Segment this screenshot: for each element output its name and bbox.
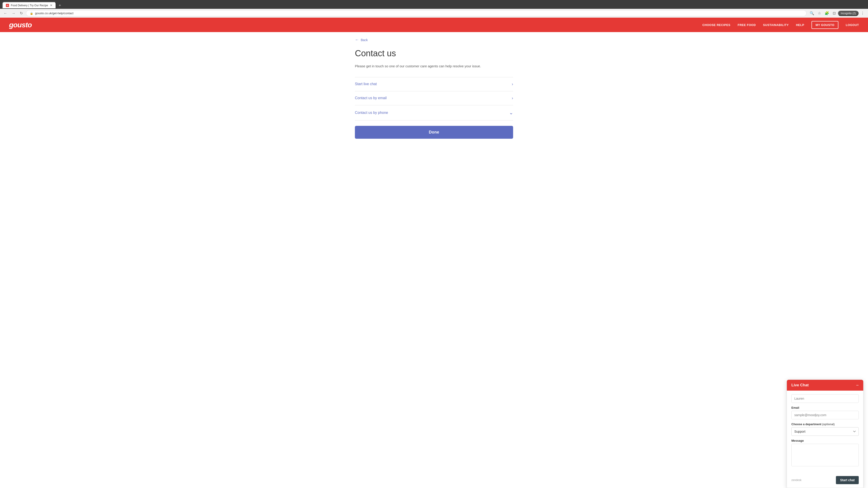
toolbar-actions: 🔍 ☆ 🧩 ⊡ Incognito (2) ⋮ <box>808 10 866 16</box>
bookmark-button[interactable]: ☆ <box>816 10 822 16</box>
address-bar[interactable]: 🔒 gousto.co.uk/get-help/contact <box>26 10 807 16</box>
back-link[interactable]: ← Back <box>355 37 513 42</box>
extensions-button[interactable]: 🧩 <box>823 10 831 16</box>
chat-department-select[interactable]: Support Billing Technical <box>792 427 859 436</box>
new-tab-button[interactable]: + <box>57 2 63 9</box>
done-button[interactable]: Done <box>355 126 513 139</box>
phone-chevron-down-icon: ⌄ <box>509 110 513 116</box>
chat-email-label: Email <box>792 406 859 410</box>
browser-chrome: G Food Delivery | Try Our Recipe ✕ + <box>0 0 868 9</box>
contact-email-label: Contact us by email <box>355 96 387 100</box>
contact-phone-option[interactable]: Contact us by phone ⌄ <box>355 105 513 121</box>
start-live-chat-option[interactable]: Start live chat › <box>355 77 513 91</box>
chat-department-label: Choose a department (optional) <box>792 422 859 426</box>
site-header: gousto CHOOSE RECIPES FREE FOOD SUSTAINA… <box>0 18 868 32</box>
forward-nav-button[interactable]: → <box>10 10 17 16</box>
nav-choose-recipes[interactable]: CHOOSE RECIPES <box>702 23 730 27</box>
active-tab[interactable]: G Food Delivery | Try Our Recipe ✕ <box>2 2 56 9</box>
search-button[interactable]: 🔍 <box>808 10 815 16</box>
chat-body: Email Choose a department (optional) Sup… <box>787 391 863 474</box>
chat-message-textarea[interactable] <box>792 444 859 466</box>
chevron-right-icon: › <box>512 82 513 87</box>
nav-free-food[interactable]: FREE FOOD <box>738 23 756 27</box>
tab-title: Food Delivery | Try Our Recipe <box>11 4 48 7</box>
email-chevron-right-icon: › <box>512 96 513 101</box>
back-arrow-icon: ← <box>355 37 359 42</box>
chat-header[interactable]: Live Chat − <box>787 380 863 391</box>
reload-button[interactable]: ↻ <box>19 10 24 16</box>
site-logo[interactable]: gousto <box>9 21 32 29</box>
contact-email-option[interactable]: Contact us by email › <box>355 91 513 105</box>
page-title: Contact us <box>355 48 513 58</box>
nav-help[interactable]: HELP <box>796 23 804 27</box>
content-area: ← Back Contact us Please get in touch so… <box>346 32 522 488</box>
chat-minimize-icon[interactable]: − <box>856 383 859 387</box>
tab-favicon: G <box>6 4 9 7</box>
zendesk-label: zendesk <box>792 479 802 482</box>
chat-footer: zendesk Start chat <box>787 474 863 488</box>
chat-email-input[interactable] <box>792 411 859 419</box>
start-chat-button[interactable]: Start chat <box>836 476 859 484</box>
chat-message-label: Message <box>792 439 859 442</box>
menu-button[interactable]: ⋮ <box>860 10 866 16</box>
nav-my-gousto[interactable]: MY GOUSTO <box>811 21 838 29</box>
contact-subtitle: Please get in touch so one of our custom… <box>355 64 513 69</box>
start-live-chat-label: Start live chat <box>355 82 377 86</box>
lock-icon: 🔒 <box>30 12 33 15</box>
nav-sustainability[interactable]: SUSTAINABILITY <box>763 23 789 27</box>
browser-toolbar: ← → ↻ 🔒 gousto.co.uk/get-help/contact 🔍 … <box>0 9 868 18</box>
address-text: gousto.co.uk/get-help/contact <box>35 11 73 15</box>
chat-name-input[interactable] <box>792 394 859 403</box>
split-view-button[interactable]: ⊡ <box>831 10 837 16</box>
page-wrapper: ← Back Contact us Please get in touch so… <box>0 32 868 488</box>
tab-close-icon[interactable]: ✕ <box>50 4 53 7</box>
back-link-label: Back <box>361 38 368 42</box>
live-chat-panel: Live Chat − Email Choose a department (o… <box>786 380 864 488</box>
chat-header-title: Live Chat <box>792 383 809 387</box>
main-nav: CHOOSE RECIPES FREE FOOD SUSTAINABILITY … <box>702 21 859 29</box>
incognito-badge[interactable]: Incognito (2) <box>838 11 859 16</box>
browser-tabs: G Food Delivery | Try Our Recipe ✕ + <box>2 2 866 9</box>
contact-phone-label: Contact us by phone <box>355 111 388 115</box>
nav-logout[interactable]: LOGOUT <box>846 23 859 27</box>
back-nav-button[interactable]: ← <box>2 10 8 16</box>
